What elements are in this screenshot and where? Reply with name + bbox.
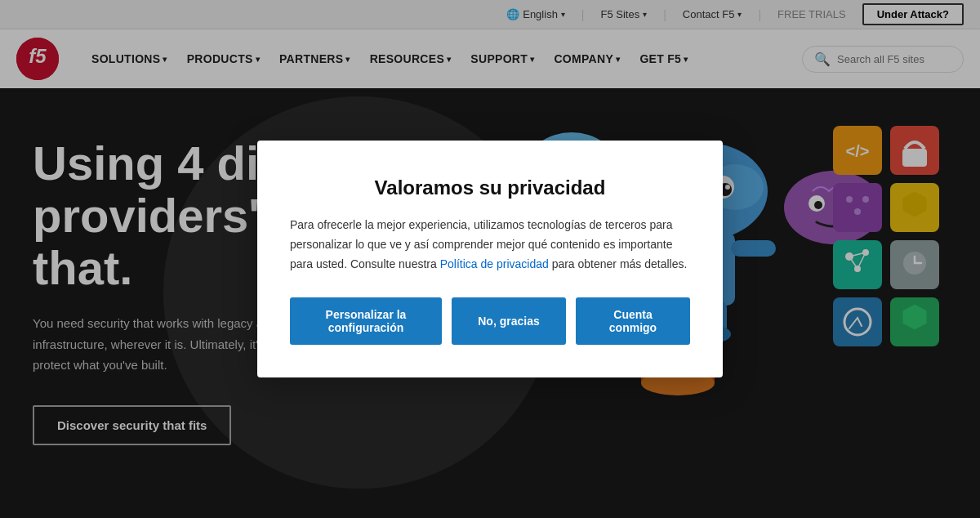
no-thanks-button[interactable]: No, gracias <box>452 297 566 345</box>
privacy-policy-link[interactable]: Política de privacidad <box>440 257 549 270</box>
modal-body: Para ofrecerle la mejor experiencia, uti… <box>290 216 690 274</box>
modal-buttons: Personalizar la configuración No, gracia… <box>290 297 690 345</box>
modal-title: Valoramos su privacidad <box>290 176 690 199</box>
privacy-modal: Valoramos su privacidad Para ofrecerle l… <box>257 141 723 377</box>
personalize-button[interactable]: Personalizar la configuración <box>290 297 442 345</box>
modal-overlay: Valoramos su privacidad Para ofrecerle l… <box>0 0 980 518</box>
cuenta-conmigo-button[interactable]: Cuenta conmigo <box>576 297 690 345</box>
